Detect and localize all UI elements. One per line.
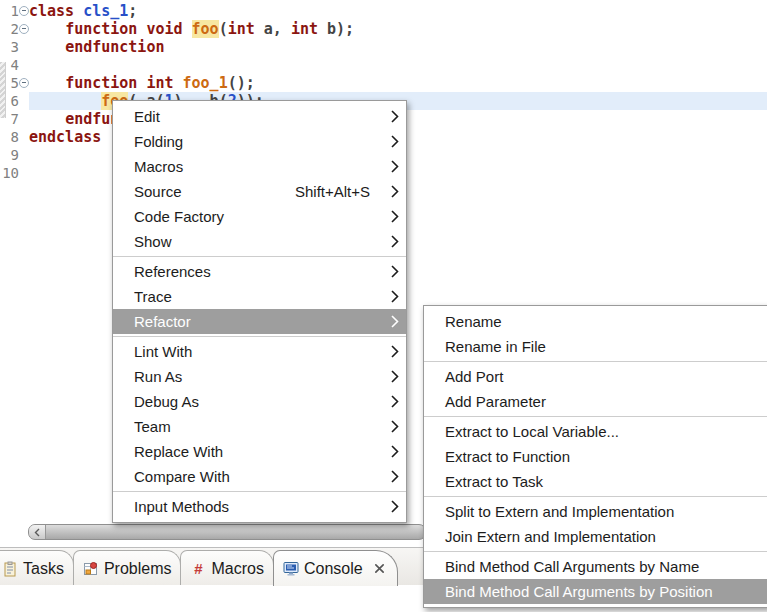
refactor-submenu-item-rename[interactable]: Rename bbox=[424, 309, 767, 334]
submenu-arrow-icon bbox=[391, 160, 399, 173]
menu-item-label: Team bbox=[134, 418, 171, 435]
code-line-text[interactable]: endfunction bbox=[29, 38, 767, 56]
problems-icon bbox=[83, 561, 99, 577]
code-token: function bbox=[65, 74, 137, 92]
context-menu-item-input-methods[interactable]: Input Methods bbox=[113, 494, 406, 519]
menu-item-label: Source bbox=[134, 183, 182, 200]
code-line-text[interactable]: class cls_1; bbox=[29, 2, 767, 20]
refactor-submenu-item-rename-in-file[interactable]: Rename in File bbox=[424, 334, 767, 359]
code-token: void bbox=[146, 20, 182, 38]
menu-item-label: Join Extern and Implementation bbox=[445, 528, 656, 545]
context-menu-item-refactor[interactable]: Refactor bbox=[113, 309, 406, 334]
menu-item-label: Bind Method Call Arguments by Name bbox=[445, 558, 699, 575]
chevron-left-icon bbox=[34, 528, 40, 537]
menu-item-label: Macros bbox=[134, 158, 183, 175]
menu-item-label: Extract to Task bbox=[445, 473, 543, 490]
menu-separator bbox=[424, 416, 767, 417]
line-number: 9 bbox=[0, 146, 19, 164]
refactor-submenu-item-extract-to-function[interactable]: Extract to Function bbox=[424, 444, 767, 469]
menu-separator bbox=[113, 256, 406, 257]
menu-separator bbox=[113, 491, 406, 492]
fold-column bbox=[19, 146, 29, 164]
code-token bbox=[174, 74, 183, 92]
refactor-submenu-item-bind-method-call-arguments-by-name[interactable]: Bind Method Call Arguments by Name bbox=[424, 554, 767, 579]
menu-separator bbox=[424, 551, 767, 552]
code-line: 4 bbox=[0, 56, 767, 74]
menu-separator bbox=[424, 361, 767, 362]
code-token: foo_1 bbox=[183, 74, 228, 92]
code-token: (); bbox=[228, 74, 255, 92]
code-token bbox=[29, 38, 65, 56]
context-menu-item-replace-with[interactable]: Replace With bbox=[113, 439, 406, 464]
context-menu-item-source[interactable]: SourceShift+Alt+S bbox=[113, 179, 406, 204]
code-token: foo bbox=[192, 20, 219, 38]
refactor-submenu-item-bind-method-call-arguments-by-position[interactable]: Bind Method Call Arguments by Position bbox=[424, 579, 767, 604]
fold-collapse-icon[interactable] bbox=[19, 78, 29, 88]
tab-macros[interactable]: #Macros bbox=[180, 550, 273, 586]
fold-column bbox=[19, 2, 29, 20]
context-menu-item-references[interactable]: References bbox=[113, 259, 406, 284]
menu-item-label: Trace bbox=[134, 288, 172, 305]
menu-separator bbox=[424, 496, 767, 497]
context-menu-item-folding[interactable]: Folding bbox=[113, 129, 406, 154]
code-token bbox=[183, 20, 192, 38]
context-menu-item-team[interactable]: Team bbox=[113, 414, 406, 439]
context-menu-item-trace[interactable]: Trace bbox=[113, 284, 406, 309]
menu-item-label: Rename in File bbox=[445, 338, 546, 355]
fold-collapse-icon[interactable] bbox=[19, 24, 29, 34]
menu-item-label: Debug As bbox=[134, 393, 199, 410]
line-number: 1 bbox=[0, 2, 19, 20]
refactor-submenu-item-extract-to-local-variable[interactable]: Extract to Local Variable... bbox=[424, 419, 767, 444]
code-token bbox=[29, 74, 65, 92]
fold-collapse-icon[interactable] bbox=[19, 6, 29, 16]
scrollbar-thumb[interactable] bbox=[46, 525, 425, 539]
code-line-text[interactable] bbox=[29, 56, 767, 74]
submenu-arrow-icon bbox=[391, 500, 399, 513]
annotation-ruler-marker bbox=[0, 62, 6, 118]
menu-item-label: Extract to Function bbox=[445, 448, 570, 465]
refactor-submenu-item-split-to-extern-and-implementation[interactable]: Split to Extern and Implementation bbox=[424, 499, 767, 524]
submenu-arrow-icon bbox=[391, 345, 399, 358]
fold-column bbox=[19, 56, 29, 74]
code-token: class bbox=[29, 2, 74, 20]
context-menu: EditFoldingMacrosSourceShift+Alt+SCode F… bbox=[112, 100, 407, 523]
code-line: 2 function void foo(int a, int b); bbox=[0, 20, 767, 38]
menu-item-label: Extract to Local Variable... bbox=[445, 423, 619, 440]
fold-column bbox=[19, 128, 29, 146]
fold-column bbox=[19, 92, 29, 110]
refactor-submenu-item-join-extern-and-implementation[interactable]: Join Extern and Implementation bbox=[424, 524, 767, 549]
context-menu-item-run-as[interactable]: Run As bbox=[113, 364, 406, 389]
context-menu-item-show[interactable]: Show bbox=[113, 229, 406, 254]
menu-item-label: Bind Method Call Arguments by Position bbox=[445, 583, 713, 600]
close-icon[interactable] bbox=[374, 563, 385, 574]
context-menu-item-lint-with[interactable]: Lint With bbox=[113, 339, 406, 364]
code-line-text[interactable]: function void foo(int a, int b); bbox=[29, 20, 767, 38]
menu-item-label: Run As bbox=[134, 368, 182, 385]
submenu-arrow-icon bbox=[391, 420, 399, 433]
code-line-text[interactable]: function int foo_1(); bbox=[29, 74, 767, 92]
refactor-submenu-item-extract-to-task[interactable]: Extract to Task bbox=[424, 469, 767, 494]
refactor-submenu-item-add-parameter[interactable]: Add Parameter bbox=[424, 389, 767, 414]
tab-problems[interactable]: Problems bbox=[73, 550, 182, 586]
code-token: endfunction bbox=[65, 38, 164, 56]
scroll-left-button[interactable] bbox=[29, 525, 46, 539]
menu-item-label: Show bbox=[134, 233, 172, 250]
menu-item-label: Split to Extern and Implementation bbox=[445, 503, 674, 520]
tab-console[interactable]: Console bbox=[273, 550, 398, 586]
tab-label: Problems bbox=[104, 560, 172, 578]
submenu-arrow-icon bbox=[391, 445, 399, 458]
submenu-arrow-icon bbox=[391, 370, 399, 383]
tab-tasks[interactable]: Tasks bbox=[0, 550, 74, 586]
horizontal-scrollbar[interactable] bbox=[28, 524, 426, 540]
context-menu-item-edit[interactable]: Edit bbox=[113, 104, 406, 129]
submenu-arrow-icon bbox=[391, 185, 399, 198]
fold-column bbox=[19, 20, 29, 38]
code-token: int bbox=[291, 20, 318, 38]
context-menu-item-debug-as[interactable]: Debug As bbox=[113, 389, 406, 414]
context-menu-item-macros[interactable]: Macros bbox=[113, 154, 406, 179]
context-menu-item-compare-with[interactable]: Compare With bbox=[113, 464, 406, 489]
menu-item-accelerator: Shift+Alt+S bbox=[295, 183, 382, 200]
context-menu-item-code-factory[interactable]: Code Factory bbox=[113, 204, 406, 229]
fold-column bbox=[19, 74, 29, 92]
refactor-submenu-item-add-port[interactable]: Add Port bbox=[424, 364, 767, 389]
